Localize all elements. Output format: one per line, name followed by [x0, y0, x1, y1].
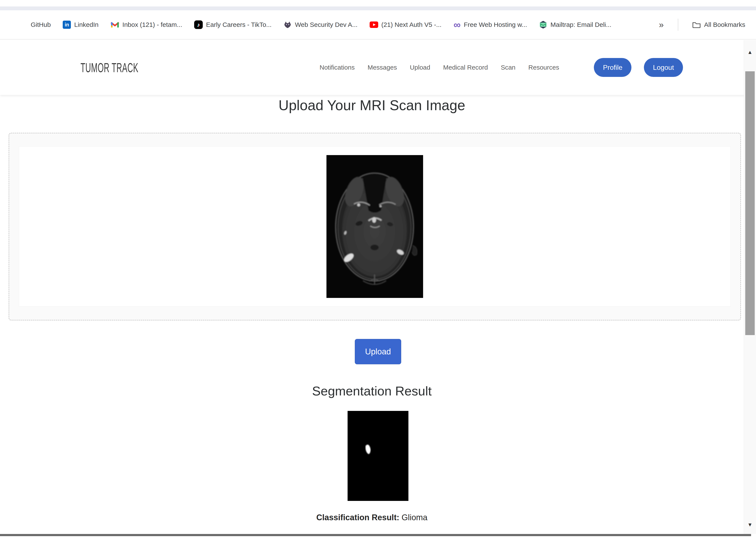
bookmarks-overflow-chevron-icon[interactable]: »: [659, 20, 664, 30]
mri-scan-image: [326, 155, 423, 298]
bat-icon: [283, 21, 292, 29]
nav-upload[interactable]: Upload: [410, 64, 430, 71]
infinity-icon: ∞: [454, 21, 461, 28]
bookmark-label: LinkedIn: [74, 21, 98, 28]
gmail-icon: [111, 21, 119, 28]
scroll-up-arrow-icon[interactable]: ▲: [744, 46, 756, 58]
upload-dropzone[interactable]: [9, 133, 741, 320]
upload-preview-panel: [19, 146, 731, 307]
bookmark-web-security[interactable]: Web Security Dev A...: [283, 21, 357, 29]
bookmark-label: GitHub: [31, 21, 51, 28]
segmentation-title: Segmentation Result: [0, 384, 744, 398]
viewport-bottom-divider: [0, 534, 751, 536]
brand-logo[interactable]: TUMOR TRACK: [81, 60, 180, 75]
nav-notifications[interactable]: Notifications: [320, 64, 355, 71]
site-header: TUMOR TRACK Notifications Messages Uploa…: [0, 40, 756, 95]
scrollbar-thumb[interactable]: [745, 71, 755, 335]
browser-window: GitHub in LinkedIn Inbox (121) - fetam..…: [0, 0, 756, 543]
scroll-down-arrow-icon[interactable]: ▼: [744, 519, 756, 531]
youtube-icon: [370, 21, 378, 28]
bookmark-label: Web Security Dev A...: [295, 21, 357, 28]
bookmarks-separator: [678, 19, 678, 31]
bookmark-label: Mailtrap: Email Deli...: [550, 21, 611, 28]
classification-value: Glioma: [402, 513, 427, 522]
nav-messages[interactable]: Messages: [367, 64, 397, 71]
profile-button[interactable]: Profile: [594, 58, 631, 77]
linkedin-icon: in: [63, 21, 71, 29]
tab-strip-remnant: [0, 6, 756, 10]
bookmark-label: Free Web Hosting w...: [464, 21, 527, 28]
all-bookmarks-label: All Bookmarks: [704, 21, 745, 28]
bookmark-youtube[interactable]: (21) Next Auth V5 -...: [370, 21, 442, 28]
upload-button[interactable]: Upload: [355, 339, 401, 364]
header-buttons: Profile Logout: [594, 58, 683, 77]
mailtrap-icon: [539, 21, 547, 29]
classification-result: Classification Result: Glioma: [0, 513, 744, 522]
folder-icon: [692, 21, 701, 28]
main-nav: Notifications Messages Upload Medical Re…: [320, 64, 559, 71]
page-title: Upload Your MRI Scan Image: [0, 97, 744, 113]
all-bookmarks-button[interactable]: All Bookmarks: [692, 21, 745, 28]
tiktok-icon: ♪: [194, 20, 203, 29]
nav-scan[interactable]: Scan: [501, 64, 515, 71]
bookmark-tiktok[interactable]: ♪ Early Careers - TikTo...: [194, 20, 271, 29]
logout-button[interactable]: Logout: [644, 58, 683, 77]
bookmark-linkedin[interactable]: in LinkedIn: [63, 21, 98, 29]
bookmarks-bar: GitHub in LinkedIn Inbox (121) - fetam..…: [0, 10, 756, 40]
bookmark-gmail-inbox[interactable]: Inbox (121) - fetam...: [111, 21, 182, 28]
bookmark-label: (21) Next Auth V5 -...: [381, 21, 442, 28]
nav-medical-record[interactable]: Medical Record: [443, 64, 488, 71]
classification-label: Classification Result:: [316, 513, 399, 522]
bookmark-mailtrap[interactable]: Mailtrap: Email Deli...: [539, 21, 611, 29]
bookmark-label: Inbox (121) - fetam...: [122, 21, 182, 28]
bookmark-free-hosting[interactable]: ∞ Free Web Hosting w...: [454, 21, 527, 28]
segmentation-mask-image: [348, 411, 408, 501]
bookmark-github[interactable]: GitHub: [31, 21, 51, 28]
vertical-scrollbar[interactable]: ▲ ▼: [744, 40, 756, 534]
nav-resources[interactable]: Resources: [528, 64, 559, 71]
bookmark-label: Early Careers - TikTo...: [206, 21, 271, 28]
